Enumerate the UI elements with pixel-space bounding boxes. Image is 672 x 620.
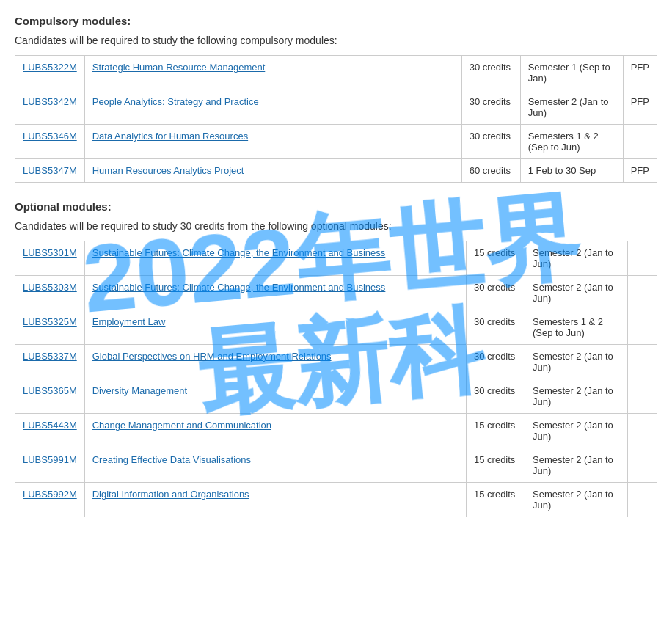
module-code[interactable]: LUBS5992M [15, 483, 85, 517]
module-code[interactable]: LUBS5303M [15, 276, 85, 310]
compulsory-table: LUBS5322M Strategic Human Resource Manag… [15, 55, 657, 183]
credits: 15 credits [467, 483, 525, 517]
module-name[interactable]: Sustainable Futures: Climate Change, the… [84, 241, 466, 276]
module-name[interactable]: Digital Information and Organisations [84, 483, 466, 517]
semester: Semester 2 (Jan to Jun) [525, 241, 628, 276]
table-row: LUBS5365M Diversity Management 30 credit… [15, 379, 657, 414]
pfp-label [628, 310, 657, 345]
module-name[interactable]: Creating Effective Data Visualisations [84, 448, 466, 483]
semester: 1 Feb to 30 Sep [520, 159, 623, 183]
table-row: LUBS5342M People Analytics: Strategy and… [15, 90, 657, 125]
table-row: LUBS5347M Human Resources Analytics Proj… [15, 159, 657, 183]
module-code[interactable]: LUBS5322M [15, 56, 85, 90]
credits: 30 credits [467, 345, 525, 379]
module-name[interactable]: Employment Law [84, 310, 466, 345]
pfp-label: PFP [623, 56, 657, 90]
semester: Semester 2 (Jan to Jun) [525, 448, 628, 483]
credits: 15 credits [467, 448, 525, 483]
pfp-label [628, 414, 657, 448]
pfp-label [628, 276, 657, 310]
table-row: LUBS5991M Creating Effective Data Visual… [15, 448, 657, 483]
pfp-label [628, 241, 657, 276]
semester: Semesters 1 & 2 (Sep to Jun) [520, 125, 623, 159]
pfp-label [623, 125, 657, 159]
module-name[interactable]: Change Management and Communication [84, 414, 466, 448]
credits: 30 credits [467, 276, 525, 310]
semester: Semesters 1 & 2 (Sep to Jun) [525, 310, 628, 345]
module-code[interactable]: LUBS5365M [15, 379, 85, 414]
module-code[interactable]: LUBS5347M [15, 159, 85, 183]
module-code[interactable]: LUBS5991M [15, 448, 85, 483]
module-name[interactable]: Strategic Human Resource Management [84, 56, 461, 90]
credits: 30 credits [461, 56, 520, 90]
module-name[interactable]: Sustainable Futures: Climate Change, the… [84, 276, 466, 310]
table-row: LUBS5337M Global Perspectives on HRM and… [15, 345, 657, 379]
credits: 30 credits [461, 90, 520, 125]
module-code[interactable]: LUBS5443M [15, 414, 85, 448]
table-row: LUBS5303M Sustainable Futures: Climate C… [15, 276, 657, 310]
table-row: LUBS5325M Employment Law 30 credits Seme… [15, 310, 657, 345]
semester: Semester 1 (Sep to Jan) [520, 56, 623, 90]
table-row: LUBS5346M Data Analytics for Human Resou… [15, 125, 657, 159]
table-row: LUBS5992M Digital Information and Organi… [15, 483, 657, 517]
pfp-label: PFP [623, 90, 657, 125]
module-code[interactable]: LUBS5337M [15, 345, 85, 379]
semester: Semester 2 (Jan to Jun) [525, 379, 628, 414]
table-row: LUBS5301M Sustainable Futures: Climate C… [15, 241, 657, 276]
pfp-label [628, 345, 657, 379]
module-name[interactable]: Data Analytics for Human Resources [84, 125, 461, 159]
module-name[interactable]: Diversity Management [84, 379, 466, 414]
semester: Semester 2 (Jan to Jun) [525, 345, 628, 379]
compulsory-heading: Compulsory modules: [15, 15, 657, 27]
credits: 15 credits [467, 241, 525, 276]
table-row: LUBS5443M Change Management and Communic… [15, 414, 657, 448]
pfp-label [628, 483, 657, 517]
optional-table: LUBS5301M Sustainable Futures: Climate C… [15, 241, 657, 517]
credits: 30 credits [467, 310, 525, 345]
semester: Semester 2 (Jan to Jun) [525, 483, 628, 517]
optional-heading: Optional modules: [15, 200, 657, 213]
module-name[interactable]: Human Resources Analytics Project [84, 159, 461, 183]
pfp-label: PFP [623, 159, 657, 183]
optional-description: Candidates will be required to study 30 … [15, 220, 657, 232]
module-code[interactable]: LUBS5301M [15, 241, 85, 276]
compulsory-description: Candidates will be required to study the… [15, 34, 657, 46]
module-name[interactable]: Global Perspectives on HRM and Employmen… [84, 345, 466, 379]
semester: Semester 2 (Jan to Jun) [525, 276, 628, 310]
credits: 30 credits [467, 379, 525, 414]
module-name[interactable]: People Analytics: Strategy and Practice [84, 90, 461, 125]
module-code[interactable]: LUBS5325M [15, 310, 85, 345]
credits: 15 credits [467, 414, 525, 448]
credits: 30 credits [461, 125, 520, 159]
module-code[interactable]: LUBS5346M [15, 125, 85, 159]
pfp-label [628, 448, 657, 483]
pfp-label [628, 379, 657, 414]
table-row: LUBS5322M Strategic Human Resource Manag… [15, 56, 657, 90]
module-code[interactable]: LUBS5342M [15, 90, 85, 125]
credits: 60 credits [461, 159, 520, 183]
semester: Semester 2 (Jan to Jun) [525, 414, 628, 448]
semester: Semester 2 (Jan to Jun) [520, 90, 623, 125]
